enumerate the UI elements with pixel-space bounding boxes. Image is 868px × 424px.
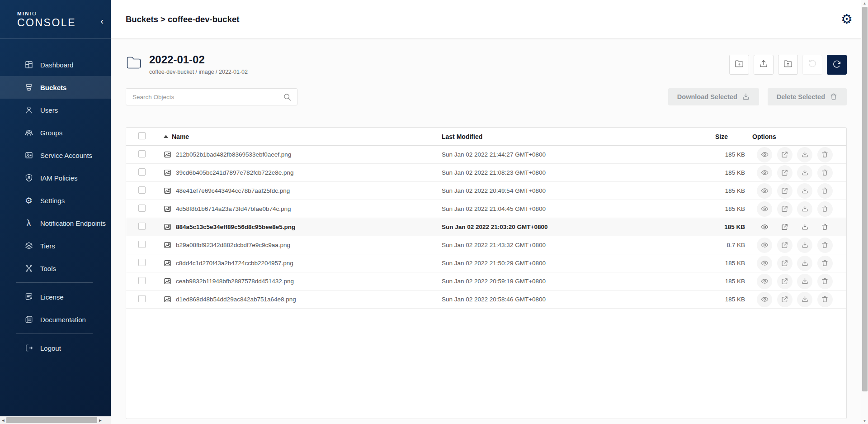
preview-object-button[interactable] (757, 274, 772, 289)
sidebar-item-logout[interactable]: Logout (0, 337, 111, 359)
delete-object-button[interactable] (817, 165, 833, 181)
delete-object-button[interactable] (817, 256, 833, 271)
delete-object-button[interactable] (817, 183, 833, 199)
upload-file-button[interactable] (754, 55, 774, 75)
download-icon (801, 277, 809, 285)
preview-object-button[interactable] (757, 292, 772, 307)
download-selected-label: Download Selected (677, 93, 737, 100)
rewind-icon (807, 59, 817, 71)
preview-object-button[interactable] (757, 219, 772, 235)
download-object-button[interactable] (797, 183, 812, 199)
trash-icon (821, 223, 829, 231)
table-row[interactable]: 4d58f8b1b6714a23a73fd47bfae0b74c.png Sun… (126, 200, 846, 218)
sidebar-item-iam-policies[interactable]: IAM Policies (0, 167, 111, 189)
sidebar-item-tools[interactable]: Tools (0, 257, 111, 280)
horizontal-scrollbar-thumb[interactable] (6, 417, 97, 423)
download-object-button[interactable] (797, 201, 812, 217)
sidebar-item-groups[interactable]: Groups (0, 121, 111, 144)
row-checkbox[interactable] (138, 205, 146, 212)
header-name[interactable]: Name (164, 133, 442, 140)
search-input[interactable] (132, 94, 283, 100)
table-row[interactable]: b29a08fbf92342d882dcbdf7e9c9c9aa.png Sun… (126, 236, 846, 254)
delete-object-button[interactable] (817, 292, 833, 307)
open-object-button[interactable] (777, 274, 793, 289)
table-row[interactable]: 48e41ef7e69c443494cc78b7aaf25fdc.png Sun… (126, 182, 846, 200)
sidebar-item-label: Documentation (40, 316, 86, 324)
preview-object-button[interactable] (757, 256, 772, 271)
download-selected-button[interactable]: Download Selected (668, 88, 759, 105)
new-path-button[interactable] (729, 55, 749, 75)
sidebar-item-notification-endpoints[interactable]: λ Notification Endpoints (0, 212, 111, 234)
open-object-button[interactable] (777, 238, 793, 253)
table-row[interactable]: d1ed868d48b54dd29ac842ab751a64e8.png Sun… (126, 291, 846, 309)
sidebar-item-dashboard[interactable]: Dashboard (0, 53, 111, 76)
table-row[interactable]: 212b052b1bad482fb8369533ebf0aeef.png Sun… (126, 146, 846, 164)
delete-object-button[interactable] (817, 201, 833, 217)
sidebar-item-settings[interactable]: ⚙ Settings (0, 189, 111, 212)
table-row[interactable]: ceab9832b11948bfb2887578dd451432.png Sun… (126, 272, 846, 291)
download-object-button[interactable] (797, 238, 812, 253)
scroll-down-arrow-icon[interactable]: ▼ (861, 418, 868, 424)
preview-object-button[interactable] (757, 238, 772, 253)
table-row[interactable]: 39cd6b405bc241d7897e782fcb722e8e.png Sun… (126, 164, 846, 182)
open-object-button[interactable] (777, 256, 793, 271)
download-object-button[interactable] (797, 165, 812, 181)
delete-object-button[interactable] (817, 274, 833, 289)
row-checkbox[interactable] (138, 241, 146, 248)
row-checkbox[interactable] (138, 259, 146, 266)
sidebar-item-buckets[interactable]: Buckets (0, 76, 111, 99)
sidebar-item-license[interactable]: License (0, 286, 111, 308)
download-icon (801, 151, 809, 158)
download-object-button[interactable] (797, 292, 812, 307)
groups-icon (24, 128, 33, 138)
delete-object-button[interactable] (817, 147, 833, 162)
row-checkbox[interactable] (138, 223, 146, 230)
row-checkbox[interactable] (138, 277, 146, 284)
sidebar-item-tiers[interactable]: Tiers (0, 234, 111, 257)
open-object-button[interactable] (777, 147, 793, 162)
object-options (749, 274, 839, 289)
table-row[interactable]: 884a5c13c5e34eff89c56d8c95bee8e5.png Sun… (126, 218, 846, 236)
sidebar-collapse-icon[interactable]: ‹ (100, 16, 104, 25)
upload-folder-button[interactable] (778, 55, 798, 75)
preview-object-button[interactable] (757, 201, 772, 217)
image-file-icon (164, 205, 171, 213)
refresh-button[interactable] (827, 55, 847, 75)
object-name-cell: 212b052b1bad482fb8369533ebf0aeef.png (164, 151, 442, 158)
header-last-modified[interactable]: Last Modified (442, 133, 694, 140)
download-object-button[interactable] (797, 274, 812, 289)
image-file-icon (164, 259, 171, 267)
sidebar-item-users[interactable]: Users (0, 99, 111, 121)
download-object-button[interactable] (797, 256, 812, 271)
open-object-button[interactable] (777, 165, 793, 181)
scroll-up-arrow-icon[interactable]: ▲ (861, 0, 868, 6)
open-object-button[interactable] (777, 219, 793, 235)
preview-object-button[interactable] (757, 147, 772, 162)
sidebar-item-documentation[interactable]: Documentation (0, 308, 111, 331)
table-row[interactable]: c8dd4c1d270f43a2b4724ccbb2204957.png Sun… (126, 254, 846, 272)
image-file-icon (164, 241, 171, 249)
preview-object-button[interactable] (757, 183, 772, 199)
row-checkbox[interactable] (138, 186, 146, 194)
scroll-right-arrow-icon[interactable]: ► (97, 418, 104, 423)
header-size[interactable]: Size (694, 133, 749, 140)
delete-selected-button[interactable]: Delete Selected (768, 88, 847, 105)
download-object-button[interactable] (797, 219, 812, 235)
open-object-button[interactable] (777, 183, 793, 199)
open-object-button[interactable] (777, 201, 793, 217)
scroll-left-arrow-icon[interactable]: ◄ (0, 418, 6, 423)
row-checkbox[interactable] (138, 295, 146, 302)
delete-object-button[interactable] (817, 219, 833, 235)
gear-icon[interactable]: ⚙ (841, 13, 853, 26)
object-options (749, 219, 839, 235)
object-options (749, 238, 839, 253)
delete-object-button[interactable] (817, 238, 833, 253)
vertical-scrollbar-thumb[interactable] (862, 7, 868, 391)
select-all-checkbox[interactable] (138, 132, 146, 139)
row-checkbox[interactable] (138, 168, 146, 176)
open-object-button[interactable] (777, 292, 793, 307)
download-object-button[interactable] (797, 147, 812, 162)
sidebar-item-service-accounts[interactable]: Service Accounts (0, 144, 111, 167)
preview-object-button[interactable] (757, 165, 772, 181)
row-checkbox[interactable] (138, 150, 146, 157)
